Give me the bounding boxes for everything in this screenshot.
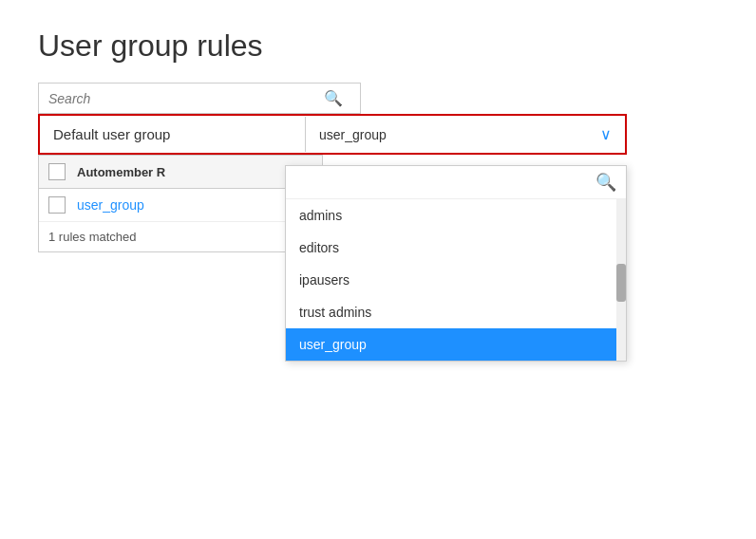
dropdown-item-user-group[interactable]: user_group xyxy=(286,328,626,361)
row-checkbox[interactable] xyxy=(48,196,66,214)
table-footer: 1 rules matched xyxy=(39,222,322,251)
default-user-group-select[interactable]: user_group ∨ xyxy=(306,116,625,153)
chevron-down-icon: ∨ xyxy=(600,125,612,143)
search-input[interactable] xyxy=(39,84,314,113)
dropdown-list: admins editors ipausers trust admins use… xyxy=(286,199,626,361)
dropdown-search-icon: 🔍 xyxy=(595,172,616,193)
dropdown-item-trust-admins[interactable]: trust admins xyxy=(286,296,626,328)
dropdown-overlay: 🔍 admins editors ipausers trust admins u… xyxy=(285,165,627,362)
dropdown-item-editors[interactable]: editors xyxy=(286,232,626,264)
dropdown-scrollbar-thumb xyxy=(616,264,626,302)
search-bar: 🔍 xyxy=(38,83,361,114)
table-container: Automember R user_group 1 rules matched xyxy=(38,155,323,252)
table-row: user_group xyxy=(39,189,322,222)
default-user-group-value: user_group xyxy=(319,127,387,142)
default-user-group-row: Default user group user_group ∨ xyxy=(38,114,627,155)
table-header: Automember R xyxy=(39,156,322,189)
dropdown-search-row: 🔍 xyxy=(286,166,626,199)
table-col-header: Automember R xyxy=(77,165,165,179)
default-user-group-label: Default user group xyxy=(40,117,306,152)
page-container: User group rules 🔍 Default user group us… xyxy=(0,0,756,281)
dropdown-item-admins[interactable]: admins xyxy=(286,199,626,232)
header-checkbox[interactable] xyxy=(48,163,66,180)
dropdown-scrollbar[interactable] xyxy=(616,199,626,361)
search-and-default-section: 🔍 Default user group user_group ∨ xyxy=(38,83,718,155)
dropdown-item-ipausers[interactable]: ipausers xyxy=(286,264,626,296)
search-icon-button[interactable]: 🔍 xyxy=(314,84,352,113)
row-link[interactable]: user_group xyxy=(77,197,144,213)
page-title: User group rules xyxy=(38,28,718,64)
